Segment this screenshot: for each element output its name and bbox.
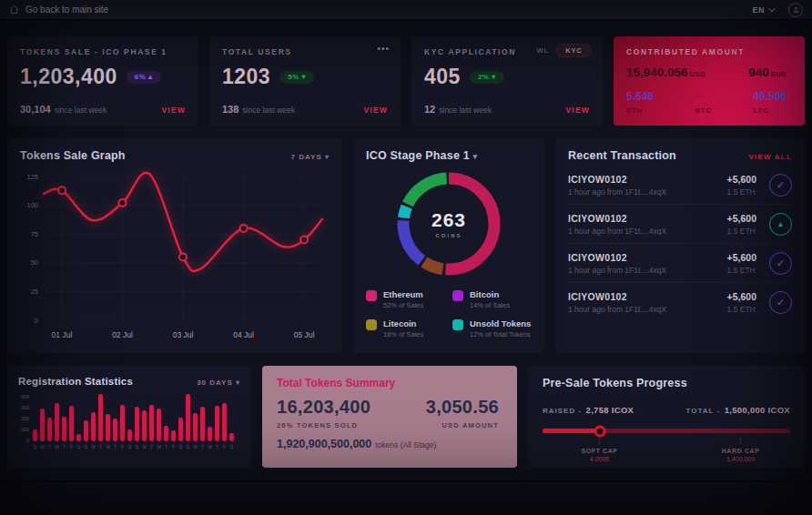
transaction-eth-amount: 1.5 ETH: [727, 305, 756, 314]
registration-bar[interactable]: [157, 409, 161, 441]
view-all-button[interactable]: VIEW ALL: [748, 153, 792, 161]
registration-bar[interactable]: [76, 434, 81, 441]
transaction-row[interactable]: ICIYOW0102 1 hour ago from 1F1t....4xqX …: [568, 205, 792, 244]
panel-title: Registration Statistics: [18, 376, 133, 387]
y-tick-label: 400: [18, 394, 29, 399]
status-check-icon[interactable]: ✓: [769, 252, 792, 275]
registration-bar[interactable]: [164, 426, 168, 441]
bar-column: T: [98, 394, 103, 449]
bar-column: M: [40, 409, 45, 449]
progress-handle[interactable]: [594, 425, 605, 437]
bottom-row: Registration Statistics 30 DAYS ▾ 400300…: [7, 366, 805, 468]
trend-badge: 2% ▾: [470, 71, 504, 84]
registration-bar[interactable]: [98, 394, 103, 441]
registration-bar[interactable]: [91, 412, 96, 442]
registration-bar[interactable]: [193, 413, 198, 441]
data-point-marker[interactable]: [300, 237, 308, 244]
toggle-wl[interactable]: WL: [536, 46, 549, 55]
stat-card-total-users: ••• TOTAL USERS 1203 5% ▾ 138since last …: [209, 36, 401, 126]
bar-column: W: [106, 414, 110, 449]
registration-bar[interactable]: [84, 420, 88, 441]
day-letter: M: [142, 444, 146, 449]
chevron-down-icon: [768, 7, 776, 13]
toggle-kyc[interactable]: KYC: [556, 44, 592, 57]
donut-center-value: 263: [431, 209, 466, 231]
view-button[interactable]: VIEW: [161, 106, 186, 115]
transaction-row[interactable]: ICIYOW0102 1 hour ago from 1F1t....4xqX …: [568, 283, 792, 321]
panel-title: ICO Stage Phase 1 ▾: [366, 149, 477, 162]
registration-bar[interactable]: [149, 405, 154, 441]
registration-bar[interactable]: [215, 406, 219, 441]
stat-label: TOKENS SALE - ICO PHASE 1: [20, 47, 186, 56]
data-point-marker[interactable]: [118, 199, 126, 207]
bar-column: M: [91, 412, 96, 450]
day-letter: S: [128, 444, 131, 449]
svg-text:04 Jul: 04 Jul: [233, 330, 254, 339]
day-letter: T: [165, 444, 167, 449]
range-dropdown[interactable]: 30 DAYS ▾: [197, 379, 240, 387]
registration-bar[interactable]: [186, 394, 190, 441]
day-letter: W: [55, 444, 59, 449]
registration-bar[interactable]: [142, 410, 147, 441]
registration-bar[interactable]: [55, 403, 59, 441]
registration-bar[interactable]: [178, 418, 183, 441]
day-letter: F: [223, 444, 226, 449]
bar-column: W: [157, 409, 161, 449]
transaction-row[interactable]: ICIYOW0102 1 hour ago from 1F1t....4xqX …: [568, 244, 792, 283]
data-point-marker[interactable]: [58, 187, 66, 194]
view-button[interactable]: VIEW: [363, 106, 388, 115]
day-letter: S: [179, 444, 182, 449]
bar-column: T: [215, 406, 219, 449]
view-button[interactable]: VIEW: [565, 106, 590, 115]
trend-badge: 5% ▾: [279, 71, 314, 84]
chevron-down-icon: ▾: [325, 153, 330, 161]
wl-kyc-toggle: WL KYC: [536, 44, 592, 57]
transaction-id: ICIYOW0102: [568, 174, 666, 185]
y-tick-label: 100: [18, 427, 29, 432]
status-check-icon[interactable]: ✓: [769, 291, 792, 314]
back-to-main-site-link[interactable]: Go back to main site: [9, 5, 108, 15]
registration-bar[interactable]: [69, 406, 74, 441]
usd-amount-caption: USD AMOUNT: [426, 421, 499, 429]
registration-bar[interactable]: [200, 407, 205, 441]
bar-column: S: [76, 434, 81, 449]
registration-bar[interactable]: [135, 407, 139, 441]
legend-swatch: [366, 319, 377, 330]
svg-text:125: 125: [26, 173, 38, 181]
topbar: Go back to main site EN: [0, 0, 812, 20]
registration-bar[interactable]: [120, 405, 125, 441]
legend-swatch: [452, 319, 463, 330]
registration-bar[interactable]: [229, 433, 234, 441]
chevron-down-icon[interactable]: ▾: [473, 152, 478, 161]
data-point-marker[interactable]: [240, 225, 248, 232]
user-avatar[interactable]: [788, 3, 803, 17]
status-check-icon[interactable]: ✓: [769, 174, 792, 197]
day-letter: W: [106, 444, 110, 449]
legend-item-bitcoin: Bitcoin14% of Sales: [452, 289, 532, 309]
status-up-icon[interactable]: ▲: [769, 213, 792, 236]
data-point-marker[interactable]: [179, 253, 187, 260]
registration-bar[interactable]: [113, 419, 117, 441]
transaction-meta: 1 hour ago from 1F1t....4xqX: [568, 266, 666, 275]
range-dropdown[interactable]: 7 DAYS ▾: [291, 153, 330, 161]
transaction-row[interactable]: ICIYOW0102 1 hour ago from 1F1t....4xqX …: [568, 166, 792, 205]
registration-bar[interactable]: [222, 403, 227, 441]
progress-fill: [543, 429, 600, 433]
bar-column: T: [113, 419, 117, 449]
registration-bar[interactable]: [33, 429, 37, 441]
more-menu-icon[interactable]: •••: [377, 44, 390, 54]
registration-bar[interactable]: [47, 418, 52, 441]
day-letter: W: [157, 444, 161, 449]
recent-transaction-panel: Recent Transaction VIEW ALL ICIYOW0102 1…: [555, 138, 805, 353]
ltc-unit: LTC: [753, 106, 787, 115]
registration-bar[interactable]: [127, 429, 132, 441]
language-selector[interactable]: EN: [752, 5, 776, 15]
registration-bar[interactable]: [208, 427, 212, 441]
registration-bar[interactable]: [106, 414, 110, 441]
registration-bar[interactable]: [171, 430, 176, 441]
progress-track[interactable]: [543, 429, 790, 433]
registration-bar[interactable]: [62, 417, 66, 441]
transaction-meta: 1 hour ago from 1F1t....4xqX: [568, 187, 666, 197]
bar-column: S: [178, 418, 183, 449]
registration-bar[interactable]: [40, 409, 45, 441]
